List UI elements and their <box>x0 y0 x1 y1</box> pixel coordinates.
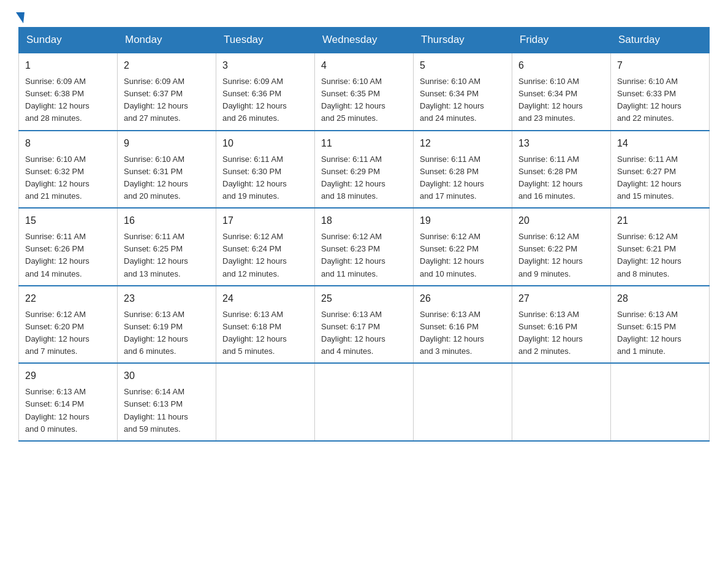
day-info: Sunrise: 6:11 AMSunset: 6:26 PMDaylight:… <box>25 231 111 280</box>
day-number: 2 <box>124 58 210 73</box>
day-info: Sunrise: 6:12 AMSunset: 6:24 PMDaylight:… <box>222 231 308 280</box>
weekday-header-row: SundayMondayTuesdayWednesdayThursdayFrid… <box>19 28 710 53</box>
day-info: Sunrise: 6:11 AMSunset: 6:28 PMDaylight:… <box>518 153 604 203</box>
day-number: 22 <box>25 291 111 306</box>
day-number: 28 <box>617 291 703 306</box>
calendar-table: SundayMondayTuesdayWednesdayThursdayFrid… <box>18 27 710 442</box>
day-number: 25 <box>321 291 407 306</box>
calendar-cell: 11Sunrise: 6:11 AMSunset: 6:29 PMDayligh… <box>315 131 414 209</box>
day-number: 3 <box>222 58 308 73</box>
calendar-cell <box>512 363 611 441</box>
day-info: Sunrise: 6:12 AMSunset: 6:22 PMDaylight:… <box>420 231 506 280</box>
calendar-cell: 23Sunrise: 6:13 AMSunset: 6:19 PMDayligh… <box>118 286 216 364</box>
week-row-3: 15Sunrise: 6:11 AMSunset: 6:26 PMDayligh… <box>19 208 710 286</box>
calendar-cell: 12Sunrise: 6:11 AMSunset: 6:28 PMDayligh… <box>414 131 512 209</box>
day-info: Sunrise: 6:13 AMSunset: 6:19 PMDaylight:… <box>124 308 210 358</box>
calendar-cell: 18Sunrise: 6:12 AMSunset: 6:23 PMDayligh… <box>315 208 414 286</box>
calendar-cell: 9Sunrise: 6:10 AMSunset: 6:31 PMDaylight… <box>118 131 216 209</box>
day-number: 26 <box>420 291 506 306</box>
calendar-cell: 10Sunrise: 6:11 AMSunset: 6:30 PMDayligh… <box>216 131 315 209</box>
day-info: Sunrise: 6:11 AMSunset: 6:28 PMDaylight:… <box>420 153 506 203</box>
day-number: 24 <box>222 291 308 306</box>
day-number: 27 <box>518 291 604 306</box>
day-number: 10 <box>222 136 308 151</box>
calendar-cell <box>414 363 512 441</box>
calendar-cell: 2Sunrise: 6:09 AMSunset: 6:37 PMDaylight… <box>118 53 216 131</box>
day-info: Sunrise: 6:09 AMSunset: 6:37 PMDaylight:… <box>124 75 210 125</box>
day-info: Sunrise: 6:13 AMSunset: 6:16 PMDaylight:… <box>518 308 604 358</box>
day-number: 6 <box>518 58 604 73</box>
calendar-cell: 7Sunrise: 6:10 AMSunset: 6:33 PMDaylight… <box>611 53 710 131</box>
day-info: Sunrise: 6:10 AMSunset: 6:33 PMDaylight:… <box>617 75 703 125</box>
calendar-cell: 22Sunrise: 6:12 AMSunset: 6:20 PMDayligh… <box>19 286 118 364</box>
day-info: Sunrise: 6:09 AMSunset: 6:36 PMDaylight:… <box>222 75 308 125</box>
day-number: 15 <box>25 213 111 228</box>
calendar-cell: 13Sunrise: 6:11 AMSunset: 6:28 PMDayligh… <box>512 131 611 209</box>
weekday-header-tuesday: Tuesday <box>216 28 315 53</box>
day-info: Sunrise: 6:12 AMSunset: 6:22 PMDaylight:… <box>518 231 604 280</box>
day-info: Sunrise: 6:10 AMSunset: 6:31 PMDaylight:… <box>124 153 210 203</box>
calendar-cell: 5Sunrise: 6:10 AMSunset: 6:34 PMDaylight… <box>414 53 512 131</box>
page-header <box>18 12 710 21</box>
day-number: 18 <box>321 213 407 228</box>
day-info: Sunrise: 6:10 AMSunset: 6:35 PMDaylight:… <box>321 75 407 125</box>
calendar-cell: 27Sunrise: 6:13 AMSunset: 6:16 PMDayligh… <box>512 286 611 364</box>
day-number: 9 <box>124 136 210 151</box>
day-number: 13 <box>518 136 604 151</box>
calendar-cell: 6Sunrise: 6:10 AMSunset: 6:34 PMDaylight… <box>512 53 611 131</box>
calendar-cell <box>611 363 710 441</box>
calendar-cell <box>216 363 315 441</box>
day-number: 12 <box>420 136 506 151</box>
day-info: Sunrise: 6:13 AMSunset: 6:15 PMDaylight:… <box>617 308 703 358</box>
calendar-cell: 30Sunrise: 6:14 AMSunset: 6:13 PMDayligh… <box>118 363 216 441</box>
day-info: Sunrise: 6:11 AMSunset: 6:25 PMDaylight:… <box>124 231 210 280</box>
day-info: Sunrise: 6:10 AMSunset: 6:32 PMDaylight:… <box>25 153 111 203</box>
calendar-cell: 29Sunrise: 6:13 AMSunset: 6:14 PMDayligh… <box>19 363 118 441</box>
calendar-cell: 16Sunrise: 6:11 AMSunset: 6:25 PMDayligh… <box>118 208 216 286</box>
logo-triangle-icon <box>16 12 25 23</box>
day-number: 4 <box>321 58 407 73</box>
weekday-header-sunday: Sunday <box>19 28 118 53</box>
day-info: Sunrise: 6:13 AMSunset: 6:18 PMDaylight:… <box>222 308 308 358</box>
day-number: 21 <box>617 213 703 228</box>
week-row-4: 22Sunrise: 6:12 AMSunset: 6:20 PMDayligh… <box>19 286 710 364</box>
day-info: Sunrise: 6:10 AMSunset: 6:34 PMDaylight:… <box>518 75 604 125</box>
calendar-cell: 17Sunrise: 6:12 AMSunset: 6:24 PMDayligh… <box>216 208 315 286</box>
calendar-cell: 8Sunrise: 6:10 AMSunset: 6:32 PMDaylight… <box>19 131 118 209</box>
calendar-cell: 15Sunrise: 6:11 AMSunset: 6:26 PMDayligh… <box>19 208 118 286</box>
week-row-2: 8Sunrise: 6:10 AMSunset: 6:32 PMDaylight… <box>19 131 710 209</box>
day-number: 16 <box>124 213 210 228</box>
day-info: Sunrise: 6:14 AMSunset: 6:13 PMDaylight:… <box>124 386 210 435</box>
day-number: 14 <box>617 136 703 151</box>
day-number: 19 <box>420 213 506 228</box>
day-number: 5 <box>420 58 506 73</box>
calendar-cell: 24Sunrise: 6:13 AMSunset: 6:18 PMDayligh… <box>216 286 315 364</box>
day-info: Sunrise: 6:12 AMSunset: 6:21 PMDaylight:… <box>617 231 703 280</box>
logo <box>18 12 25 21</box>
day-info: Sunrise: 6:12 AMSunset: 6:23 PMDaylight:… <box>321 231 407 280</box>
calendar-cell: 14Sunrise: 6:11 AMSunset: 6:27 PMDayligh… <box>611 131 710 209</box>
weekday-header-saturday: Saturday <box>611 28 710 53</box>
day-info: Sunrise: 6:13 AMSunset: 6:17 PMDaylight:… <box>321 308 407 358</box>
day-info: Sunrise: 6:10 AMSunset: 6:34 PMDaylight:… <box>420 75 506 125</box>
day-number: 11 <box>321 136 407 151</box>
day-info: Sunrise: 6:11 AMSunset: 6:30 PMDaylight:… <box>222 153 308 203</box>
day-number: 30 <box>124 369 210 383</box>
calendar-cell: 1Sunrise: 6:09 AMSunset: 6:38 PMDaylight… <box>19 53 118 131</box>
day-number: 29 <box>25 369 111 383</box>
weekday-header-wednesday: Wednesday <box>315 28 414 53</box>
weekday-header-friday: Friday <box>512 28 611 53</box>
day-number: 8 <box>25 136 111 151</box>
day-number: 23 <box>124 291 210 306</box>
calendar-cell: 21Sunrise: 6:12 AMSunset: 6:21 PMDayligh… <box>611 208 710 286</box>
day-info: Sunrise: 6:13 AMSunset: 6:14 PMDaylight:… <box>25 386 111 435</box>
day-info: Sunrise: 6:11 AMSunset: 6:29 PMDaylight:… <box>321 153 407 203</box>
calendar-cell: 3Sunrise: 6:09 AMSunset: 6:36 PMDaylight… <box>216 53 315 131</box>
calendar-cell: 4Sunrise: 6:10 AMSunset: 6:35 PMDaylight… <box>315 53 414 131</box>
weekday-header-thursday: Thursday <box>414 28 512 53</box>
day-number: 7 <box>617 58 703 73</box>
day-number: 17 <box>222 213 308 228</box>
day-number: 1 <box>25 58 111 73</box>
calendar-cell: 20Sunrise: 6:12 AMSunset: 6:22 PMDayligh… <box>512 208 611 286</box>
calendar-cell: 25Sunrise: 6:13 AMSunset: 6:17 PMDayligh… <box>315 286 414 364</box>
